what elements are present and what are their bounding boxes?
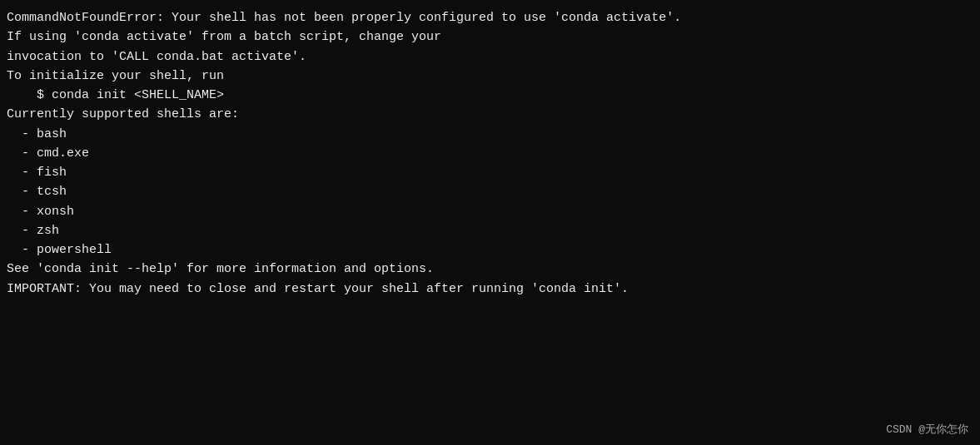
- terminal-line: Currently supported shells are:: [7, 105, 973, 124]
- watermark: CSDN @无你怎你: [886, 422, 968, 437]
- terminal-line: invocation to 'CALL conda.bat activate'.: [7, 47, 973, 67]
- terminal-line: - zsh: [7, 221, 973, 240]
- terminal-line: - fish: [7, 163, 973, 182]
- terminal-line: - tcsh: [7, 182, 973, 201]
- terminal-line: To initialize your shell, run: [7, 67, 973, 86]
- terminal-line: - xonsh: [7, 202, 973, 221]
- terminal-line: IMPORTANT: You may need to close and res…: [7, 279, 973, 299]
- terminal-line: - cmd.exe: [7, 144, 973, 163]
- terminal-container: CommandNotFoundError: Your shell has not…: [0, 0, 980, 445]
- terminal-line: $ conda init <SHELL_NAME>: [7, 86, 973, 105]
- terminal-line: - bash: [7, 125, 973, 144]
- terminal-line: If using 'conda activate' from a batch s…: [7, 27, 973, 47]
- terminal-line: CommandNotFoundError: Your shell has not…: [7, 8, 973, 27]
- terminal-output: CommandNotFoundError: Your shell has not…: [7, 8, 973, 299]
- terminal-line: - powershell: [7, 240, 973, 260]
- terminal-line: See 'conda init --help' for more informa…: [7, 260, 973, 279]
